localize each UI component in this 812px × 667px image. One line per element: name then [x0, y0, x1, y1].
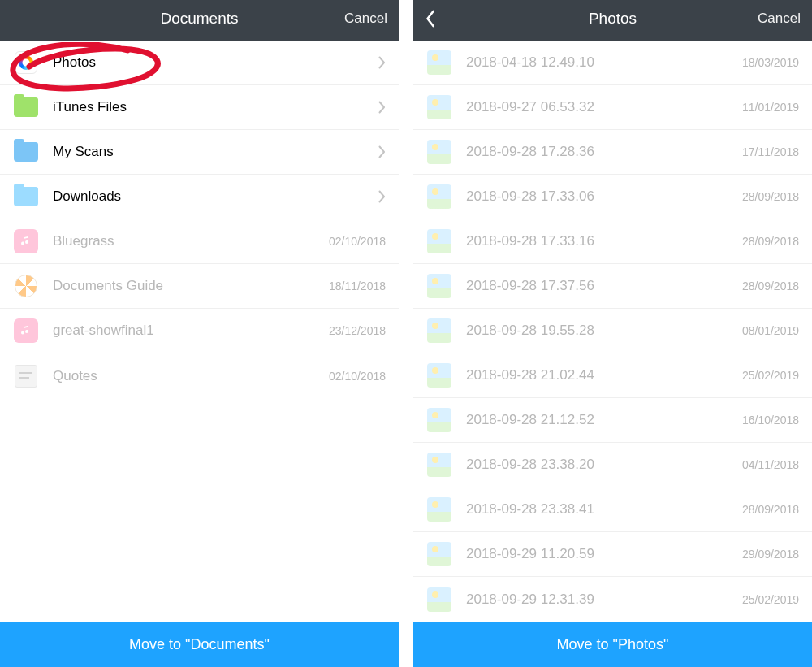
action-label: Move to "Photos": [557, 636, 669, 653]
list-item[interactable]: My Scans: [0, 130, 399, 175]
item-label: 2018-09-28 23.38.20: [466, 457, 736, 473]
list-item: 2018-09-28 17.37.5628/09/2018: [413, 264, 812, 309]
nav-title: Photos: [589, 10, 637, 28]
nav-right: Cancel: [322, 11, 387, 27]
image-thumb-icon: [427, 274, 451, 298]
icon-slot: [14, 318, 38, 343]
icon-slot: [427, 229, 451, 253]
list-item: 2018-09-28 19.55.2808/01/2019: [413, 309, 812, 353]
item-date: 28/09/2018: [742, 235, 799, 248]
item-date: 02/10/2018: [329, 370, 386, 383]
item-date: 23/12/2018: [329, 324, 386, 337]
music-icon: [14, 318, 38, 343]
list-item: 2018-04-18 12.49.1018/03/2019: [413, 41, 812, 85]
cancel-button[interactable]: Cancel: [344, 11, 387, 27]
list-item: 2018-09-28 23.38.4128/09/2018: [413, 487, 812, 532]
chevron-right-icon: [378, 101, 386, 114]
image-thumb-icon: [427, 184, 451, 209]
list-item: 2018-09-28 17.33.1628/09/2018: [413, 219, 812, 264]
item-label: 2018-09-27 06.53.32: [466, 99, 736, 115]
chevron-right-icon: [378, 190, 386, 203]
item-label: 2018-09-28 23.38.41: [466, 501, 736, 518]
item-date: 18/11/2018: [329, 279, 386, 292]
item-date: 25/02/2019: [742, 369, 799, 382]
photos-app-icon: [15, 51, 37, 74]
folder-icon: [14, 97, 38, 117]
image-thumb-icon: [427, 318, 451, 343]
nav-bar: Photos Cancel: [413, 0, 812, 41]
item-date: 17/11/2018: [742, 145, 799, 158]
item-date: 28/09/2018: [742, 503, 799, 516]
image-thumb-icon: [427, 453, 451, 477]
list-item[interactable]: Photos: [0, 41, 399, 85]
text-file-icon: [15, 365, 37, 388]
list-item[interactable]: iTunes Files: [0, 85, 399, 130]
item-label: 2018-09-28 17.28.36: [466, 144, 736, 160]
item-label: 2018-04-18 12.49.10: [466, 54, 736, 71]
item-label: 2018-09-29 12.31.39: [466, 591, 736, 608]
icon-slot: [14, 50, 38, 75]
folder-icon: [14, 142, 38, 162]
list-item: 2018-09-27 06.53.3211/01/2019: [413, 85, 812, 130]
icon-slot: [14, 184, 38, 209]
chevron-right-icon: [378, 145, 386, 158]
photos-list: 2018-04-18 12.49.1018/03/20192018-09-27 …: [413, 41, 812, 622]
move-to-documents-button[interactable]: Move to "Documents": [0, 622, 399, 667]
item-label: Downloads: [53, 188, 370, 205]
item-label: 2018-09-28 17.33.06: [466, 188, 736, 205]
stage: Documents Cancel PhotosiTunes FilesMy Sc…: [0, 0, 812, 667]
folder-icon: [14, 187, 38, 206]
item-label: 2018-09-29 11.20.59: [466, 546, 736, 562]
list-item: 2018-09-28 21.12.5216/10/2018: [413, 398, 812, 443]
photos-screen: Photos Cancel 2018-04-18 12.49.1018/03/2…: [413, 0, 812, 667]
list-item[interactable]: Downloads: [0, 175, 399, 219]
icon-slot: [427, 408, 451, 432]
list-item: 2018-09-28 17.33.0628/09/2018: [413, 175, 812, 219]
icon-slot: [14, 140, 38, 164]
icon-slot: [427, 587, 451, 612]
item-label: great-showfinal1: [53, 323, 322, 339]
image-thumb-icon: [427, 50, 451, 75]
music-icon: [14, 229, 38, 253]
documents-list: PhotosiTunes FilesMy ScansDownloadsBlueg…: [0, 41, 399, 622]
icon-slot: [14, 274, 38, 298]
item-label: Documents Guide: [53, 278, 322, 294]
list-item: great-showfinal123/12/2018: [0, 309, 399, 353]
image-thumb-icon: [427, 408, 451, 432]
item-label: 2018-09-28 17.37.56: [466, 278, 736, 294]
item-date: 16/10/2018: [742, 414, 799, 427]
image-thumb-icon: [427, 363, 451, 388]
nav-title: Documents: [160, 10, 238, 28]
icon-slot: [14, 364, 38, 388]
item-date: 04/11/2018: [742, 458, 799, 471]
image-thumb-icon: [427, 229, 451, 253]
nav-left: [425, 10, 490, 28]
icon-slot: [427, 140, 451, 164]
list-item: Documents Guide18/11/2018: [0, 264, 399, 309]
item-label: 2018-09-28 21.02.44: [466, 367, 736, 383]
item-label: iTunes Files: [53, 99, 370, 115]
image-thumb-icon: [427, 587, 451, 612]
nav-right: Cancel: [736, 11, 801, 27]
icon-slot: [427, 50, 451, 75]
list-item: 2018-09-29 11.20.5929/09/2018: [413, 532, 812, 577]
image-thumb-icon: [427, 497, 451, 522]
item-label: My Scans: [53, 144, 370, 160]
action-label: Move to "Documents": [129, 636, 270, 653]
item-date: 28/09/2018: [742, 190, 799, 203]
item-date: 28/09/2018: [742, 279, 799, 292]
nav-bar: Documents Cancel: [0, 0, 399, 41]
item-date: 18/03/2019: [742, 56, 799, 69]
item-date: 25/02/2019: [742, 593, 799, 606]
documents-screen: Documents Cancel PhotosiTunes FilesMy Sc…: [0, 0, 399, 667]
icon-slot: [14, 95, 38, 119]
item-label: 2018-09-28 21.12.52: [466, 412, 736, 428]
move-to-photos-button[interactable]: Move to "Photos": [413, 622, 812, 667]
list-item: Bluegrass02/10/2018: [0, 219, 399, 264]
item-date: 29/09/2018: [742, 548, 799, 561]
icon-slot: [427, 542, 451, 566]
item-label: Bluegrass: [53, 233, 322, 249]
back-button[interactable]: [425, 10, 435, 28]
cancel-button[interactable]: Cancel: [758, 11, 801, 27]
icon-slot: [427, 318, 451, 343]
